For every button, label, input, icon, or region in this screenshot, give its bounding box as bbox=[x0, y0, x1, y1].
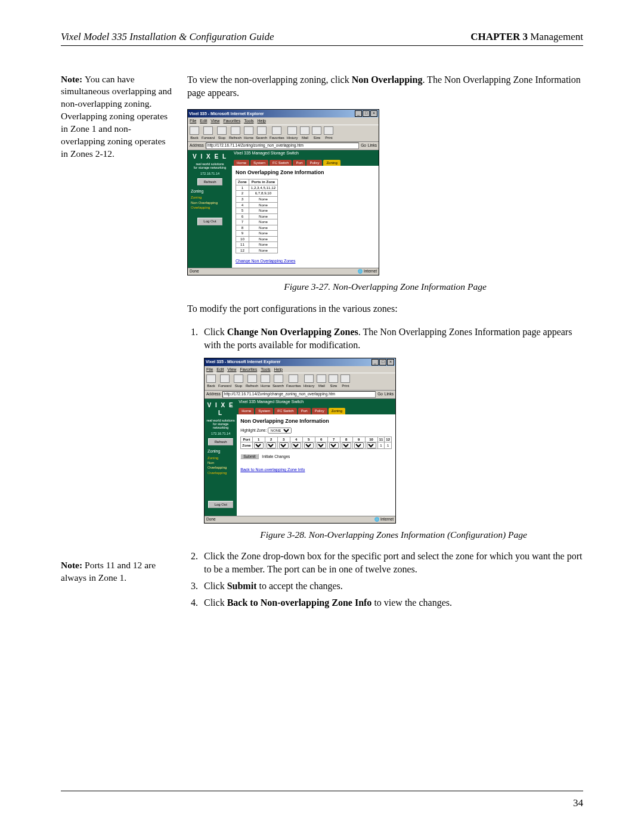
chapter-name: Management bbox=[528, 31, 583, 42]
back-button[interactable]: Back bbox=[190, 126, 199, 140]
zone-select-2[interactable]: 1 bbox=[267, 442, 276, 448]
links-label[interactable]: Links bbox=[385, 392, 394, 397]
highlight-zone-select[interactable]: NONE bbox=[268, 428, 292, 433]
url-field[interactable]: http://172.16.71.14/Zoning/zoning_non_ov… bbox=[206, 143, 359, 149]
minimize-icon[interactable]: _ bbox=[371, 359, 379, 366]
go-button[interactable]: Go bbox=[377, 392, 383, 397]
ip-label: 172.16.71.14 bbox=[188, 172, 232, 176]
tab-system[interactable]: System bbox=[250, 160, 268, 166]
maximize-icon[interactable]: □ bbox=[379, 359, 386, 366]
figure-3-28: Vixel 335 - Microsoft Internet Explorer … bbox=[204, 358, 583, 524]
history-button[interactable]: History bbox=[304, 374, 315, 388]
close-icon[interactable]: × bbox=[370, 110, 377, 117]
figure-3-27: Vixel 335 - Microsoft Internet Explorer … bbox=[187, 109, 583, 275]
search-button[interactable]: Search bbox=[256, 126, 267, 140]
home-button[interactable]: Home bbox=[244, 126, 253, 140]
window-controls[interactable]: _□× bbox=[371, 359, 394, 366]
tab-zoning[interactable]: Zoning bbox=[323, 160, 340, 166]
ie-menubar[interactable]: FileEditViewFavoritesToolsHelp bbox=[188, 117, 379, 125]
submit-button[interactable]: Submit bbox=[240, 454, 258, 459]
window-controls[interactable]: _□× bbox=[354, 110, 377, 117]
back-button[interactable]: Back bbox=[206, 374, 216, 388]
zone-fixed-12: 1 bbox=[385, 442, 392, 449]
stop-button[interactable]: Stop bbox=[217, 126, 227, 140]
ie-toolbar[interactable]: Back Forward Stop Refresh Home Search Fa… bbox=[205, 373, 395, 390]
refresh-button[interactable]: Refresh bbox=[246, 374, 258, 388]
refresh-sidebar-button[interactable]: Refresh bbox=[208, 438, 233, 445]
page-heading: Non Overlapping Zone Information bbox=[232, 166, 379, 178]
print-button[interactable]: Print bbox=[340, 374, 350, 388]
zone-select-9[interactable]: 2 bbox=[354, 442, 364, 448]
app-title: Vixel 335 Managed Storage Switch bbox=[232, 150, 379, 158]
maximize-icon[interactable]: □ bbox=[363, 110, 370, 117]
page-number: 34 bbox=[573, 797, 583, 809]
sidebar-item-overlapping[interactable]: Overlapping bbox=[205, 470, 237, 475]
stop-button[interactable]: Stop bbox=[234, 374, 243, 388]
size-button[interactable]: Size bbox=[312, 126, 321, 140]
size-button[interactable]: Size bbox=[329, 374, 338, 388]
forward-icon bbox=[220, 374, 230, 383]
print-icon bbox=[324, 126, 333, 135]
home-button[interactable]: Home bbox=[261, 374, 270, 388]
tab-system[interactable]: System bbox=[255, 408, 273, 414]
search-button[interactable]: Search bbox=[273, 374, 284, 388]
zone-select-1[interactable]: 1 bbox=[254, 442, 264, 448]
forward-button[interactable]: Forward bbox=[218, 374, 231, 388]
sidebar-item-nonoverlapping[interactable]: Non Overlapping bbox=[205, 460, 237, 470]
forward-button[interactable]: Forward bbox=[202, 126, 215, 140]
tab-port[interactable]: Port bbox=[293, 160, 305, 166]
tab-home[interactable]: Home bbox=[234, 160, 249, 166]
tab-fcswitch[interactable]: FC Switch bbox=[270, 160, 292, 166]
zone-select-7[interactable]: 2 bbox=[329, 442, 339, 448]
tab-zoning[interactable]: Zoning bbox=[329, 408, 345, 414]
address-bar[interactable]: Address http://172.16.71.14/Zoning/zonin… bbox=[188, 142, 379, 150]
close-icon[interactable]: × bbox=[387, 359, 394, 366]
zone-select-4[interactable]: 1 bbox=[292, 442, 301, 448]
zone-select-10[interactable]: 2 bbox=[367, 442, 376, 448]
refresh-button[interactable]: Refresh bbox=[229, 126, 242, 140]
ie-menubar[interactable]: FileEditViewFavoritesToolsHelp bbox=[205, 366, 395, 373]
tab-policy[interactable]: Policy bbox=[312, 408, 327, 414]
zone-select-8[interactable]: 2 bbox=[342, 442, 351, 448]
sidebar-item-overlapping[interactable]: Overlapping bbox=[188, 205, 232, 210]
ip-label: 172.16.71.14 bbox=[205, 432, 237, 436]
zone-select-3[interactable]: 1 bbox=[279, 442, 289, 448]
tab-policy[interactable]: Policy bbox=[306, 160, 322, 166]
page-heading: Non Overlapping Zone Information bbox=[237, 414, 395, 426]
tab-port[interactable]: Port bbox=[298, 408, 311, 414]
tab-home[interactable]: Home bbox=[239, 408, 254, 414]
table-row: 3None bbox=[236, 197, 278, 203]
note-prefix: Note: bbox=[61, 560, 85, 570]
mail-button[interactable]: Mail bbox=[300, 126, 309, 140]
logout-button[interactable]: Log Out bbox=[197, 218, 222, 225]
print-button[interactable]: Print bbox=[324, 126, 333, 140]
mail-icon bbox=[300, 126, 309, 135]
change-zones-link[interactable]: Change Non Overlapping Zones bbox=[232, 255, 379, 268]
logout-button[interactable]: Log Out bbox=[208, 501, 233, 508]
table-row: 26,7,8,9,10 bbox=[236, 191, 278, 197]
sidebar-item-zoning[interactable]: Zoning bbox=[188, 195, 232, 200]
links-label[interactable]: Links bbox=[368, 143, 377, 148]
vixel-logo: V I X E L bbox=[188, 153, 232, 161]
tab-fcswitch[interactable]: FC Switch bbox=[274, 408, 296, 414]
minimize-icon[interactable]: _ bbox=[355, 110, 362, 117]
history-icon bbox=[287, 126, 297, 135]
url-field[interactable]: http://172.16.71.14/Zoning/change_zoning… bbox=[222, 391, 376, 398]
history-button[interactable]: History bbox=[287, 126, 298, 140]
back-link[interactable]: Back to Non-overlapping Zone Info bbox=[237, 463, 395, 476]
mail-button[interactable]: Mail bbox=[317, 374, 326, 388]
zone-select-5[interactable]: 1 bbox=[304, 442, 314, 448]
sidebar-item-nonoverlapping[interactable]: Non Overlapping bbox=[188, 200, 232, 205]
home-icon bbox=[244, 126, 253, 135]
favorites-button[interactable]: Favorites bbox=[286, 374, 301, 388]
refresh-sidebar-button[interactable]: Refresh bbox=[197, 178, 222, 185]
sidebar-item-zoning[interactable]: Zoning bbox=[205, 456, 237, 460]
sidebar-section-zoning: Zoning bbox=[188, 187, 232, 196]
table-row: 11,2,3,4,5,11,12 bbox=[236, 185, 278, 191]
table-row: 7None bbox=[236, 219, 278, 225]
zone-select-6[interactable]: 2 bbox=[317, 442, 326, 448]
favorites-button[interactable]: Favorites bbox=[270, 126, 284, 140]
address-bar[interactable]: Address http://172.16.71.14/Zoning/chang… bbox=[205, 391, 395, 399]
go-button[interactable]: Go bbox=[361, 143, 366, 148]
ie-toolbar[interactable]: Back Forward Stop Refresh Home Search Fa… bbox=[188, 125, 379, 142]
